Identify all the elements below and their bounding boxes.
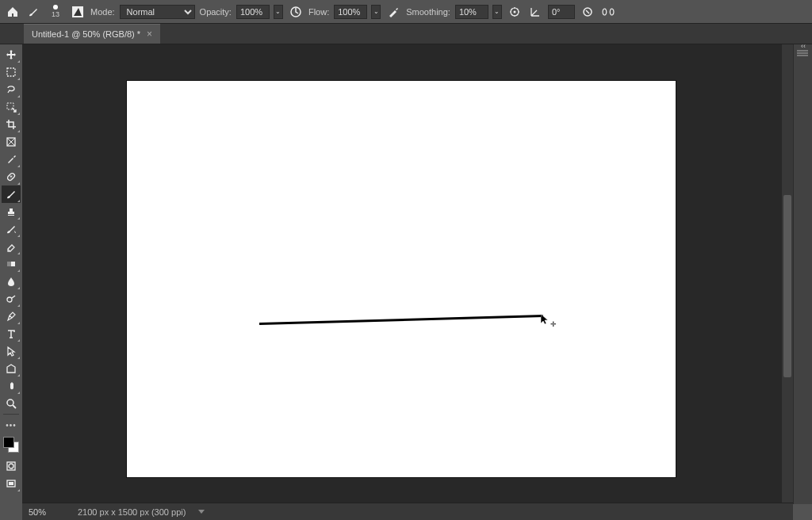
opacity-dropdown[interactable]: ⌄: [274, 5, 283, 19]
pen-tool[interactable]: [2, 308, 21, 325]
smoothing-dropdown[interactable]: ⌄: [492, 5, 502, 19]
mode-label: Mode:: [90, 7, 115, 17]
brush-size-value: 13: [52, 10, 59, 18]
crop-tool[interactable]: [2, 116, 21, 133]
smoothing-label: Smoothing:: [406, 7, 450, 17]
document-info[interactable]: 2100 px x 1500 px (300 ppi): [78, 507, 186, 517]
gradient-tool[interactable]: [2, 255, 21, 273]
svg-point-3: [513, 10, 515, 13]
svg-rect-10: [7, 262, 11, 266]
type-tool[interactable]: [2, 325, 21, 342]
eraser-tool[interactable]: [2, 238, 21, 255]
panel-dock: ‹‹: [793, 44, 812, 504]
document-tab[interactable]: Untitled-1 @ 50% (RGB/8) * ×: [24, 24, 160, 44]
dodge-tool[interactable]: [2, 290, 21, 308]
blend-mode-select[interactable]: Normal: [120, 5, 195, 19]
flow-dropdown[interactable]: ⌄: [371, 5, 381, 19]
shape-tool[interactable]: [2, 360, 21, 377]
svg-point-11: [7, 297, 12, 302]
document-tab-bar: Untitled-1 @ 50% (RGB/8) * ×: [0, 24, 812, 44]
quick-select-tool[interactable]: [2, 98, 21, 116]
pressure-opacity-icon[interactable]: [288, 4, 304, 20]
zoom-field[interactable]: 50%: [29, 507, 68, 517]
svg-point-12: [7, 400, 13, 406]
hand-tool[interactable]: [2, 377, 21, 395]
status-menu-icon[interactable]: [198, 510, 205, 514]
tools-panel: •••: [0, 44, 22, 492]
collapse-panels-icon[interactable]: ‹‹: [798, 43, 809, 49]
vertical-scrollbar[interactable]: [782, 44, 793, 503]
healing-tool[interactable]: [2, 168, 21, 185]
close-icon[interactable]: ×: [147, 29, 152, 40]
angle-field[interactable]: 0°: [548, 5, 575, 19]
cursor-icon: [541, 314, 550, 325]
screen-mode-icon[interactable]: [2, 475, 21, 492]
eyedropper-tool[interactable]: [2, 151, 21, 168]
history-brush-tool[interactable]: [2, 220, 21, 238]
status-bar: 50% 2100 px x 1500 px (300 ppi): [22, 503, 793, 520]
lasso-tool[interactable]: [2, 81, 21, 98]
color-swatch[interactable]: [3, 437, 19, 453]
document-tab-title: Untitled-1 @ 50% (RGB/8) *: [32, 29, 140, 39]
blur-tool[interactable]: [2, 273, 21, 290]
angle-icon: [527, 4, 543, 20]
brush-size-preset[interactable]: 13: [46, 5, 65, 18]
smoothing-options-icon[interactable]: [507, 4, 523, 20]
airbrush-icon[interactable]: [385, 4, 401, 20]
canvas-viewport[interactable]: ✛: [25, 48, 782, 499]
marquee-tool[interactable]: [2, 63, 21, 81]
brush-tool[interactable]: [2, 185, 21, 203]
options-bar: 13 Mode: Normal Opacity: 100%⌄ Flow: 100…: [0, 0, 812, 24]
brush-tool-icon[interactable]: [25, 4, 41, 20]
frame-tool[interactable]: [2, 133, 21, 151]
pressure-size-icon[interactable]: [580, 4, 596, 20]
zoom-tool[interactable]: [2, 395, 21, 412]
flow-label: Flow:: [308, 7, 329, 17]
flow-field[interactable]: 100%: [334, 5, 367, 19]
stamp-tool[interactable]: [2, 203, 21, 220]
brush-settings-icon[interactable]: [70, 4, 86, 20]
panel-grip-icon[interactable]: [797, 49, 810, 57]
svg-rect-5: [7, 68, 15, 76]
path-select-tool[interactable]: [2, 342, 21, 360]
quick-mask-icon[interactable]: [2, 457, 21, 475]
foreground-color[interactable]: [3, 437, 14, 448]
svg-rect-16: [9, 482, 13, 485]
symmetry-icon[interactable]: [600, 4, 616, 20]
opacity-label: Opacity:: [200, 7, 232, 17]
workspace: ✛: [22, 44, 793, 503]
brush-stroke: [259, 315, 543, 325]
edit-toolbar-icon[interactable]: •••: [2, 416, 21, 434]
scrollbar-thumb[interactable]: [783, 195, 791, 377]
move-tool[interactable]: [2, 46, 21, 63]
canvas[interactable]: ✛: [127, 81, 676, 477]
brush-dot-icon: [53, 5, 58, 10]
svg-point-14: [9, 464, 13, 468]
home-icon[interactable]: [5, 4, 21, 20]
smoothing-field[interactable]: 10%: [455, 5, 488, 19]
precision-cursor-icon: ✛: [550, 320, 557, 328]
opacity-field[interactable]: 100%: [236, 5, 270, 19]
